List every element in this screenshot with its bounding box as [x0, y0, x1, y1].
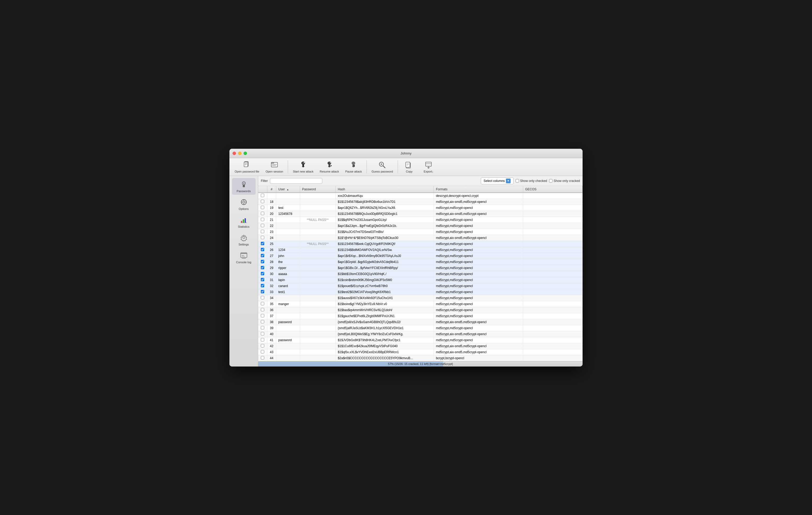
table-row[interactable]: 39{smd5}alRJaSLb$aKM3H1.h1ycXl5GEVDH1e1m… [258, 325, 583, 331]
table-row[interactable]: 36$1$bas$qvkmmWnVHRCSv/6LQ1doH/md5crypt,… [258, 307, 583, 313]
table-row[interactable]: 35manger$1$boire$gf.YM2y3lnYEu9.NbVr.v0m… [258, 301, 583, 307]
table-row[interactable]: 29ripper$apr1$GBx.D/...$yfVeeYFCIiEXInfR… [258, 265, 583, 271]
row-checkbox[interactable] [261, 308, 264, 311]
show-only-cracked-checkbox[interactable] [549, 179, 552, 182]
open-session-button[interactable]: Open session [263, 160, 286, 174]
table-row[interactable]: 23$1$$AuJCr07ml7DSew03TmBlv/md5crypt,md5… [258, 229, 583, 235]
row-checkbox[interactable] [261, 200, 264, 203]
row-checkbox[interactable] [261, 266, 264, 269]
row-checkbox-cell[interactable] [258, 253, 267, 259]
row-checkbox-cell[interactable] [258, 199, 267, 205]
row-checkbox[interactable] [261, 230, 264, 233]
table-row[interactable]: 19test$apr1$Q6ZYh...$RV6ft2bZ8j.NGrxLYaJ… [258, 205, 583, 211]
row-checkbox[interactable] [261, 236, 264, 239]
table-row[interactable]: 44$2a$n5$CCCCCCCCCCCCCCCCCE5YPO9kmvuB...… [258, 355, 583, 361]
row-checkbox[interactable] [261, 326, 264, 329]
row-checkbox-cell[interactable] [258, 259, 267, 265]
row-checkbox-cell[interactable] [258, 283, 267, 289]
table-row[interactable]: 24$1$'!@#%^&*$E6hD76/pKTS8qToBCkux30md5c… [258, 235, 583, 241]
row-checkbox-cell[interactable] [258, 319, 267, 325]
row-checkbox-cell[interactable] [258, 247, 267, 253]
row-checkbox[interactable] [261, 224, 264, 227]
pause-attack-button[interactable]: Pause attack [343, 160, 365, 174]
row-checkbox-cell[interactable] [258, 355, 267, 361]
resume-attack-button[interactable]: Resume attack [317, 160, 341, 174]
row-checkbox-cell[interactable] [258, 325, 267, 331]
row-checkbox[interactable] [261, 290, 264, 293]
close-button[interactable] [233, 152, 236, 155]
row-checkbox-cell[interactable] [258, 301, 267, 307]
table-row[interactable]: 32canard$1$pouet$/Ecz/vyk.zCYvrr6wB78h0m… [258, 283, 583, 289]
row-checkbox[interactable] [261, 314, 264, 317]
row-checkbox[interactable] [261, 248, 264, 251]
table-row[interactable]: 261234$1$1234$BdlMOAWFOV2AQILsrN/Sw.md5c… [258, 247, 583, 253]
sidebar-item-console-log[interactable]: Console log [232, 249, 256, 266]
row-checkbox[interactable] [261, 212, 264, 215]
row-checkbox-cell[interactable] [258, 307, 267, 313]
table-row[interactable]: 33test1$1$test2$02MCIATVoxq3lhgK6XRkb1md… [258, 289, 583, 295]
table-row[interactable]: 22$apr1$a2Jqm...$grFrwEgiQleDr0zR4Jx1b.m… [258, 223, 583, 229]
row-checkbox[interactable] [261, 218, 264, 221]
table-row[interactable]: 18$1$12345678$alcj83HRDBo6ux1bVx7D1md5cr… [258, 199, 583, 205]
table-row[interactable]: 41password$1$JVDbGx8K$T9h8HK4LZxeLPMTAxC… [258, 337, 583, 343]
row-checkbox[interactable] [261, 338, 264, 341]
export-button[interactable]: Export↓ [419, 160, 438, 174]
guess-password-button[interactable]: Guess password [369, 160, 396, 174]
sidebar-item-statistics[interactable]: Statistics [232, 214, 256, 230]
row-checkbox[interactable] [261, 320, 264, 323]
table-row[interactable]: 34$1$aussi$X67z3kXsWo92F15uChx1H1md5cryp… [258, 295, 583, 301]
table-row[interactable]: 31lapin$1$coin$rebm0t9KJ56mgGWJF5o5M0md5… [258, 277, 583, 283]
row-checkbox[interactable] [261, 242, 264, 245]
row-checkbox[interactable] [261, 296, 264, 299]
show-only-checked-label[interactable]: Show only checked [516, 179, 547, 183]
sidebar-item-passwords[interactable]: Passwords [232, 178, 256, 195]
row-checkbox[interactable] [261, 344, 264, 347]
open-password-file-button[interactable]: Open password file [232, 160, 262, 174]
minimize-button[interactable] [238, 152, 241, 155]
sidebar-item-options[interactable]: Options [232, 196, 256, 213]
table-row[interactable]: 25**NULL PASS**$1$12345678$xek.CpjQUVgdf… [258, 241, 583, 247]
table-row[interactable]: 37$1$gauche$EPvd6LZlrgb0MMFPxUrJN1md5cry… [258, 313, 583, 319]
row-checkbox-cell[interactable] [258, 277, 267, 283]
table-row[interactable]: xxx2OubmaurKqudescrypt,descrypt-opencl,c… [258, 193, 583, 199]
row-checkbox-cell[interactable] [258, 343, 267, 349]
row-checkbox-cell[interactable] [258, 229, 267, 235]
table-row[interactable]: 21**NULL PASS**$1$$qRPK7m23GJusamGpoGLby… [258, 217, 583, 223]
row-checkbox-cell[interactable] [258, 295, 267, 301]
table-row[interactable]: 42$1$1Cu6fEvv$42kuaJ5fMEqyVStPuFG040md5c… [258, 343, 583, 349]
row-checkbox-cell[interactable] [258, 265, 267, 271]
row-checkbox-cell[interactable] [258, 205, 267, 211]
row-checkbox-cell[interactable] [258, 331, 267, 337]
show-only-cracked-label[interactable]: Show only cracked [549, 179, 580, 183]
row-checkbox[interactable] [261, 272, 264, 275]
start-new-attack-button[interactable]: Start new attack [290, 160, 316, 174]
copy-button[interactable]: Copy [400, 160, 418, 174]
row-checkbox-cell[interactable] [258, 193, 267, 199]
maximize-button[interactable] [243, 152, 247, 155]
table-row[interactable]: 43$1$ql5x.xXL$vYVDhExol2xUBBpERRWcn1md5c… [258, 349, 583, 355]
row-checkbox[interactable] [261, 356, 264, 359]
row-checkbox[interactable] [261, 206, 264, 209]
col-user[interactable]: User ▲ [276, 186, 300, 193]
table-row[interactable]: 38password{smd5}s8/xSJ/v$uGam4GB8hOjTLQq… [258, 319, 583, 325]
filter-input[interactable] [270, 178, 322, 184]
row-checkbox-cell[interactable] [258, 337, 267, 343]
table-row[interactable]: 2012345678$1$12345678$f8QoJuo0DpBRfQSD0v… [258, 211, 583, 217]
table-row[interactable]: 27john$apr1$rBXqc...$NIXxN9myBOk95T0AyLA… [258, 253, 583, 259]
row-checkbox[interactable] [261, 278, 264, 281]
row-checkbox-cell[interactable] [258, 235, 267, 241]
row-checkbox[interactable] [261, 260, 264, 263]
password-table-container[interactable]: # User ▲ Password Hash Formats GECOS xxx… [258, 186, 583, 361]
row-checkbox-cell[interactable] [258, 349, 267, 355]
row-checkbox[interactable] [261, 194, 264, 197]
row-checkbox[interactable] [261, 332, 264, 335]
row-checkbox-cell[interactable] [258, 313, 267, 319]
row-checkbox[interactable] [261, 284, 264, 287]
row-checkbox-cell[interactable] [258, 289, 267, 295]
row-checkbox[interactable] [261, 254, 264, 257]
row-checkbox[interactable] [261, 350, 264, 354]
table-row[interactable]: 28the$apr1$Grpld/..$qp5GyjwM2dnA5Cdej9b4… [258, 259, 583, 265]
row-checkbox[interactable] [261, 302, 264, 305]
table-row[interactable]: 40{smd5}eLB0QWeS$Eg.YfWY8clZuCxF0xNrKg.m… [258, 331, 583, 337]
table-row[interactable]: 30aaaaa$1$bb$19smCEBG0Q1pVil0/HqK./md5cr… [258, 271, 583, 277]
